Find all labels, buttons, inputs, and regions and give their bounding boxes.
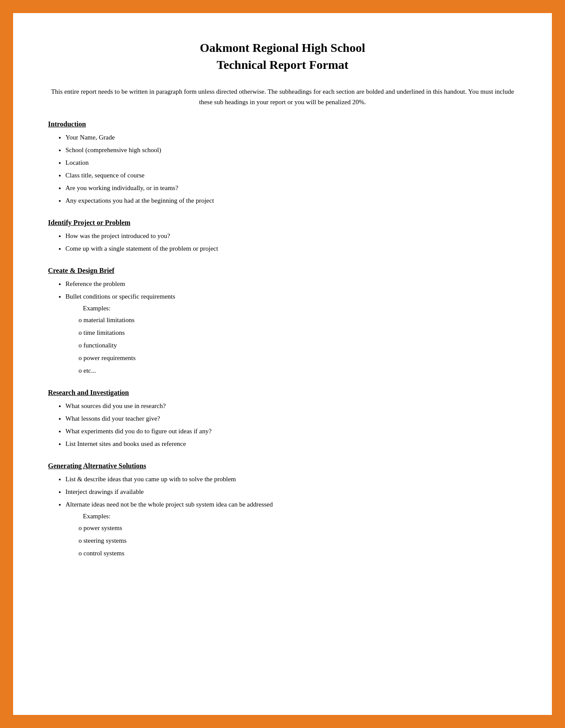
list-item: material limitations: [79, 314, 517, 326]
intro-bullet-list: Your Name, Grade School (comprehensive h…: [65, 132, 517, 207]
section-introduction: Introduction Your Name, Grade School (co…: [48, 120, 517, 207]
list-item: etc...: [79, 365, 517, 377]
section-identify-project: Identify Project or Problem How was the …: [48, 219, 517, 255]
list-item: List & describe ideas that you came up w…: [65, 473, 517, 485]
identify-bullet-list: How was the project introduced to you? C…: [65, 230, 517, 255]
document-title: Oakmont Regional High School Technical R…: [48, 39, 517, 73]
list-item: Location: [65, 157, 517, 169]
section-heading-generating-alternative-solutions: Generating Alternative Solutions: [48, 462, 517, 470]
page-wrapper: Oakmont Regional High School Technical R…: [0, 0, 565, 728]
document: Oakmont Regional High School Technical R…: [13, 13, 552, 715]
section-research-investigation: Research and Investigation What sources …: [48, 389, 517, 450]
section-heading-identify-project: Identify Project or Problem: [48, 219, 517, 227]
list-item: control systems: [79, 548, 517, 559]
list-item: Alternate ideas need not be the whole pr…: [65, 499, 517, 559]
generating-bullet-list: List & describe ideas that you came up w…: [65, 473, 517, 559]
document-intro: This entire report needs to be written i…: [48, 86, 517, 107]
section-generating-alternative-solutions: Generating Alternative Solutions List & …: [48, 462, 517, 559]
list-item: Class title, sequence of course: [65, 170, 517, 181]
design-brief-sub-list: material limitations time limitations fu…: [79, 314, 517, 377]
section-create-design-brief: Create & Design Brief Reference the prob…: [48, 267, 517, 377]
list-item: List Internet sites and books used as re…: [65, 438, 517, 450]
list-item: Come up with a single statement of the p…: [65, 243, 517, 255]
list-item: steering systems: [79, 535, 517, 547]
title-line2: Technical Report Format: [48, 56, 517, 73]
list-item: What sources did you use in research?: [65, 400, 517, 412]
design-brief-bullet-list: Reference the problem Bullet conditions …: [65, 278, 517, 377]
examples-label-alt: Examples:: [83, 510, 517, 522]
list-item: Bullet conditions or specific requiremen…: [65, 291, 517, 377]
list-item: power systems: [79, 522, 517, 534]
list-item: Interject drawings if available: [65, 486, 517, 498]
title-line1: Oakmont Regional High School: [48, 39, 517, 56]
section-heading-introduction: Introduction: [48, 120, 517, 128]
list-item: time limitations: [79, 327, 517, 339]
examples-label: Examples:: [83, 303, 517, 314]
list-item: Any expectations you had at the beginnin…: [65, 195, 517, 207]
list-item: power requirements: [79, 352, 517, 364]
list-item: How was the project introduced to you?: [65, 230, 517, 242]
section-heading-create-design-brief: Create & Design Brief: [48, 267, 517, 275]
section-heading-research-investigation: Research and Investigation: [48, 389, 517, 397]
list-item: What experiments did you do to figure ou…: [65, 425, 517, 437]
list-item: What lessons did your teacher give?: [65, 413, 517, 425]
list-item: functionality: [79, 340, 517, 351]
list-item: School (comprehensive high school): [65, 144, 517, 156]
alt-solutions-sub-list: power systems steering systems control s…: [79, 522, 517, 559]
list-item: Are you working individually, or in team…: [65, 182, 517, 194]
list-item: Your Name, Grade: [65, 132, 517, 143]
research-bullet-list: What sources did you use in research? Wh…: [65, 400, 517, 450]
list-item: Reference the problem: [65, 278, 517, 290]
